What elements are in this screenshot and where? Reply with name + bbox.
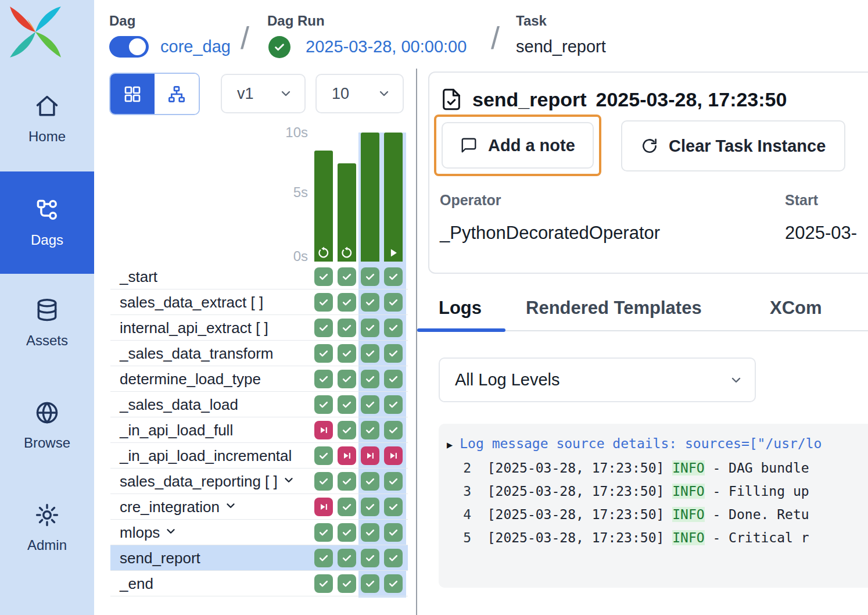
task-instance-success-square[interactable] — [384, 395, 403, 414]
run-duration-bar[interactable] — [384, 133, 403, 262]
task-instance-success-square[interactable] — [314, 395, 333, 414]
task-instance-skipped-square[interactable] — [361, 446, 379, 465]
run-limit-select[interactable]: 10 — [315, 74, 404, 113]
task-row[interactable]: _sales_data_transform — [110, 341, 408, 366]
grid-view-button[interactable] — [110, 74, 155, 114]
task-instance-success-square[interactable] — [338, 395, 356, 414]
task-instance-success-square[interactable] — [314, 344, 333, 363]
task-name[interactable]: _end — [120, 571, 153, 596]
task-instance-success-square[interactable] — [314, 370, 333, 388]
task-instance-success-square[interactable] — [314, 523, 333, 542]
task-name[interactable]: cre_integration — [120, 494, 237, 520]
task-instance-success-square[interactable] — [361, 370, 379, 388]
task-instance-success-square[interactable] — [361, 549, 379, 567]
task-instance-success-square[interactable] — [361, 498, 379, 516]
run-duration-bar[interactable] — [361, 133, 379, 262]
task-row[interactable]: sales_data_extract [ ] — [110, 289, 408, 315]
sidebar-item-admin[interactable]: Admin — [0, 488, 94, 567]
task-instance-success-square[interactable] — [338, 549, 356, 567]
task-name[interactable]: _in_api_load_full — [120, 417, 233, 443]
task-instance-success-square[interactable] — [338, 267, 356, 286]
task-name[interactable]: sales_data_reporting [ ] — [120, 469, 295, 494]
task-name[interactable]: _sales_data_load — [120, 392, 238, 417]
task-name[interactable]: send_report — [120, 545, 200, 571]
task-name[interactable]: sales_data_extract [ ] — [120, 289, 263, 315]
task-instance-success-square[interactable] — [338, 293, 356, 312]
chevron-down-icon[interactable] — [224, 498, 237, 516]
task-row[interactable]: _in_api_load_full — [110, 417, 408, 443]
task-row[interactable]: _sales_data_load — [110, 392, 408, 417]
task-instance-success-square[interactable] — [384, 421, 403, 439]
task-instance-skipped-square[interactable] — [338, 446, 356, 465]
sidebar-item-home[interactable]: Home — [0, 83, 94, 155]
task-instance-success-square[interactable] — [338, 344, 356, 363]
task-instance-success-square[interactable] — [384, 344, 403, 363]
task-instance-success-square[interactable] — [314, 472, 333, 491]
task-instance-success-square[interactable] — [338, 472, 356, 491]
task-instance-success-square[interactable] — [338, 523, 356, 542]
dag-pause-toggle[interactable] — [109, 36, 149, 58]
task-instance-success-square[interactable] — [384, 293, 403, 312]
task-row[interactable]: internal_api_extract [ ] — [110, 315, 408, 341]
task-instance-success-square[interactable] — [384, 523, 403, 542]
chevron-down-icon[interactable] — [164, 524, 177, 542]
task-instance-success-square[interactable] — [384, 549, 403, 567]
task-instance-success-square[interactable] — [384, 574, 403, 593]
tab-rendered-templates[interactable]: Rendered Templates — [526, 298, 702, 319]
task-instance-skipped-square[interactable] — [384, 446, 403, 465]
task-name[interactable]: determine_load_type — [120, 366, 261, 392]
task-row[interactable]: cre_integration — [110, 494, 408, 520]
task-name[interactable]: _in_api_load_incremental — [120, 443, 292, 469]
task-instance-success-square[interactable] — [314, 267, 333, 286]
task-instance-success-square[interactable] — [361, 395, 379, 414]
clear-task-instance-button[interactable]: Clear Task Instance — [621, 120, 845, 171]
dag-run-date-link[interactable]: 2025-03-28, 00:00:00 — [306, 37, 467, 56]
sidebar-item-assets[interactable]: Assets — [0, 284, 94, 363]
airflow-logo[interactable] — [6, 2, 65, 62]
task-instance-success-square[interactable] — [338, 498, 356, 516]
task-instance-success-square[interactable] — [338, 370, 356, 388]
task-instance-success-square[interactable] — [361, 267, 379, 286]
task-row[interactable]: _in_api_load_incremental — [110, 443, 408, 469]
task-name[interactable]: _start — [120, 264, 157, 289]
task-instance-skipped-square[interactable] — [314, 498, 333, 516]
chevron-down-icon[interactable] — [282, 473, 295, 491]
task-instance-success-square[interactable] — [384, 498, 403, 516]
task-instance-success-square[interactable] — [314, 319, 333, 337]
tab-logs[interactable]: Logs — [439, 298, 482, 319]
task-row[interactable]: sales_data_reporting [ ] — [110, 469, 408, 494]
task-instance-success-square[interactable] — [361, 421, 379, 439]
task-instance-success-square[interactable] — [384, 370, 403, 388]
task-instance-success-square[interactable] — [361, 523, 379, 542]
task-instance-success-square[interactable] — [361, 574, 379, 593]
task-row[interactable]: _start — [110, 264, 408, 289]
task-row[interactable]: determine_load_type — [110, 366, 408, 392]
expand-triangle-icon[interactable]: ▶ — [447, 439, 453, 450]
task-instance-success-square[interactable] — [314, 446, 333, 465]
dag-version-select[interactable]: v1 — [221, 74, 306, 113]
dag-name-link[interactable]: core_dag — [160, 37, 231, 56]
task-instance-success-square[interactable] — [361, 293, 379, 312]
task-name[interactable]: _sales_data_transform — [120, 341, 273, 366]
task-row[interactable]: send_report — [110, 545, 408, 571]
sidebar-item-dags[interactable]: Dags — [0, 171, 94, 274]
task-name[interactable]: mlops — [120, 520, 177, 545]
task-instance-success-square[interactable] — [314, 293, 333, 312]
task-instance-success-square[interactable] — [314, 574, 333, 593]
task-instance-success-square[interactable] — [338, 421, 356, 439]
run-duration-bar[interactable] — [338, 163, 356, 262]
task-instance-success-square[interactable] — [361, 472, 379, 491]
tab-xcom[interactable]: XCom — [770, 298, 822, 319]
task-instance-success-square[interactable] — [384, 319, 403, 337]
run-duration-bar[interactable] — [314, 151, 333, 262]
task-instance-success-square[interactable] — [384, 267, 403, 286]
task-name[interactable]: internal_api_extract [ ] — [120, 315, 268, 341]
task-instance-success-square[interactable] — [361, 344, 379, 363]
log-level-select[interactable]: All Log Levels — [439, 357, 756, 402]
log-output[interactable]: ▶Log message source details: sources=["/… — [439, 424, 868, 588]
task-instance-success-square[interactable] — [338, 319, 356, 337]
task-instance-success-square[interactable] — [384, 472, 403, 491]
task-row[interactable]: mlops — [110, 520, 408, 545]
task-row[interactable]: _end — [110, 571, 408, 596]
task-instance-success-square[interactable] — [361, 319, 379, 337]
